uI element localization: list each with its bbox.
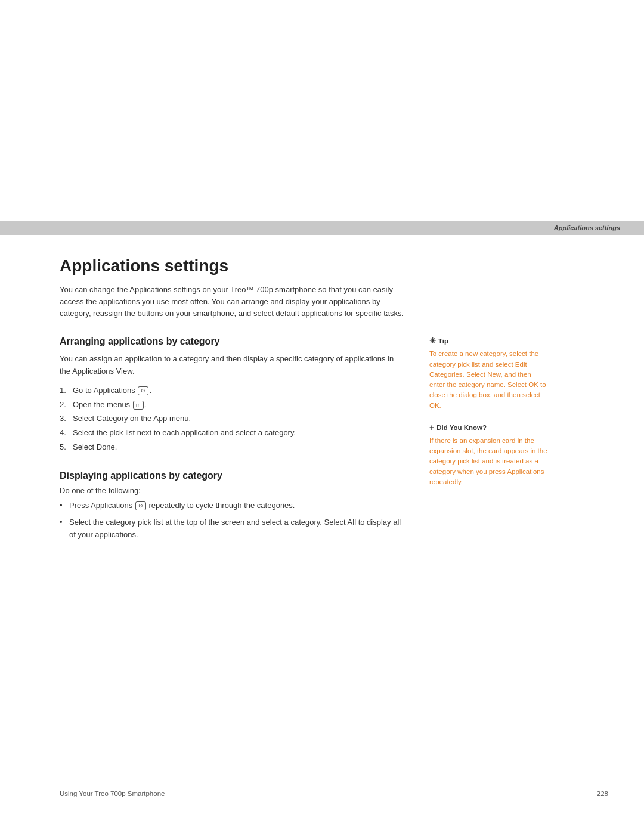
- step-1: 1. Go to Applications ⊙.: [60, 385, 405, 397]
- section-arranging-heading: Arranging applications by category: [60, 336, 405, 347]
- step-3: 3. Select Category on the App menu.: [60, 413, 405, 425]
- section-displaying-heading: Displaying applications by category: [60, 470, 405, 481]
- main-content: Applications settings You can change the…: [60, 244, 608, 761]
- page-title: Applications settings: [60, 256, 608, 275]
- step-5: 5. Select Done.: [60, 441, 405, 454]
- tip-star-icon: ✳: [429, 336, 436, 345]
- bullet-1: Press Applications ⊙ repeatedly to cycle…: [60, 500, 405, 512]
- applications-icon-2: ⊙: [135, 501, 146, 510]
- right-column: ✳ Tip To create a new category, select t…: [429, 336, 549, 553]
- step-4: 4. Select the pick list next to each app…: [60, 427, 405, 439]
- content-columns: Arranging applications by category You c…: [60, 336, 608, 553]
- dyk-label-text: Did You Know?: [436, 424, 487, 431]
- step-num-2: 2.: [60, 399, 66, 411]
- section-displaying: Displaying applications by category Do o…: [60, 470, 405, 541]
- step-num-4: 4.: [60, 427, 66, 439]
- tip-box: ✳ Tip To create a new category, select t…: [429, 336, 549, 411]
- step-2: 2. Open the menus m.: [60, 399, 405, 411]
- dyk-label: + Did You Know?: [429, 423, 549, 432]
- section-arranging-subtext: You can assign an application to a categ…: [60, 353, 405, 377]
- header-bar: Applications settings: [0, 221, 644, 235]
- intro-text: You can change the Applications settings…: [60, 284, 405, 320]
- steps-list: 1. Go to Applications ⊙. 2. Open the men…: [60, 385, 405, 454]
- dyk-plus-icon: +: [429, 423, 434, 432]
- footer-page-number: 228: [597, 790, 608, 797]
- did-you-know-box: + Did You Know? If there is an expansion…: [429, 423, 549, 487]
- bullet-2: Select the category pick list at the top…: [60, 516, 405, 541]
- applications-icon-1: ⊙: [138, 386, 148, 395]
- tip-label-text: Tip: [438, 337, 448, 345]
- header-bar-title: Applications settings: [554, 224, 620, 231]
- footer: Using Your Treo 700p Smartphone 228: [60, 785, 608, 797]
- step-num-3: 3.: [60, 413, 66, 425]
- tip-text: To create a new category, select the cat…: [429, 349, 549, 411]
- bullets-list: Press Applications ⊙ repeatedly to cycle…: [60, 500, 405, 541]
- footer-left: Using Your Treo 700p Smartphone: [60, 790, 165, 797]
- do-one-text: Do one of the following:: [60, 486, 405, 495]
- left-column: Arranging applications by category You c…: [60, 336, 405, 553]
- step-num-1: 1.: [60, 385, 66, 397]
- tip-label: ✳ Tip: [429, 336, 549, 345]
- dyk-text: If there is an expansion card in the exp…: [429, 436, 549, 487]
- step-num-5: 5.: [60, 441, 66, 454]
- menus-icon: m: [133, 401, 144, 410]
